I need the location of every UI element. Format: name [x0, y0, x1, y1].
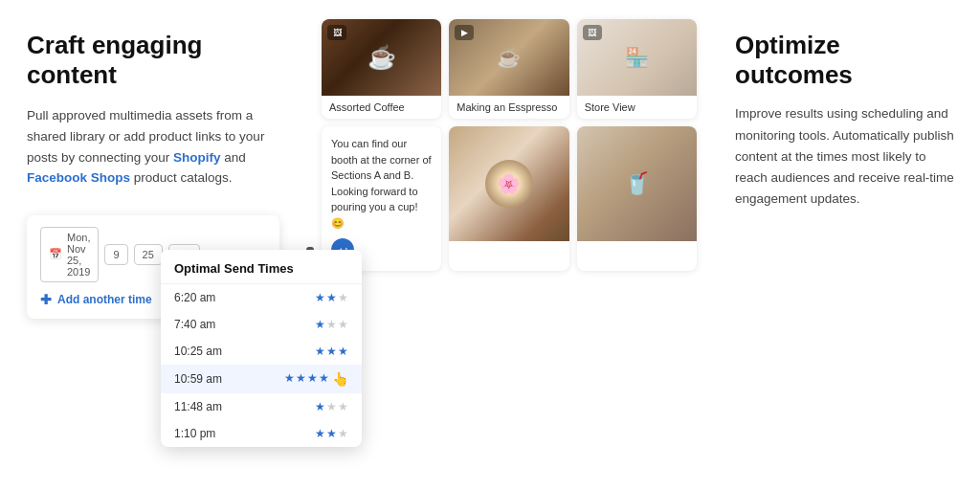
thumb-espresso: ▶ ☕	[449, 19, 568, 96]
left-description: Pull approved multimedia assets from a s…	[27, 105, 279, 188]
time-row-2[interactable]: 7:40 am ★ ★ ★	[161, 311, 362, 338]
stars-4: ★ ★ ★ ★ 👆	[284, 371, 348, 387]
star-filled: ★	[315, 291, 325, 304]
scheduler-card: 📅 Mon, Nov 25, 2019 9 25 am Use Optimal …	[27, 215, 279, 319]
time-label-4: 10:59 am	[174, 372, 222, 386]
star-filled: ★	[326, 427, 337, 440]
star-filled: ★	[326, 345, 337, 358]
image-icon-2: 🖼	[583, 25, 602, 40]
stars-6: ★ ★ ★	[315, 427, 348, 440]
stars-3: ★ ★ ★	[315, 345, 348, 358]
optimal-dropdown-title: Optimal Send Times	[161, 250, 362, 284]
time-row-6[interactable]: 1:10 pm ★ ★ ★	[161, 420, 362, 447]
date-pill[interactable]: 📅 Mon, Nov 25, 2019	[40, 227, 99, 282]
time-label-2: 7:40 am	[174, 318, 215, 331]
media-card-latte[interactable]: 🌸	[449, 126, 568, 271]
date-value: Mon, Nov 25, 2019	[67, 232, 90, 278]
left-heading: Craft engaging content	[27, 31, 279, 90]
star-empty: ★	[338, 318, 348, 331]
star-filled: ★	[307, 371, 318, 387]
left-panel: Craft engaging content Pull approved mul…	[0, 0, 306, 490]
stars-2: ★ ★ ★	[315, 318, 348, 331]
video-icon: ▶	[455, 25, 474, 40]
media-card-coffee[interactable]: 🖼 ☕ Assorted Coffee	[322, 19, 441, 119]
star-filled: ★	[284, 371, 295, 387]
desc-text-end: product catalogs.	[130, 170, 233, 185]
thumb-drinks: 🥤	[577, 126, 697, 241]
and-text: and	[221, 150, 246, 165]
cursor-icon: 👆	[332, 371, 348, 387]
right-description: Improve results using scheduling and mon…	[735, 103, 957, 210]
time-label-3: 10:25 am	[174, 345, 222, 358]
star-filled: ★	[315, 400, 325, 413]
star-empty: ★	[326, 318, 337, 331]
calendar-icon: 📅	[49, 248, 62, 260]
facebook-link[interactable]: Facebook Shops	[27, 170, 130, 185]
stars-5: ★ ★ ★	[315, 400, 348, 413]
star-filled: ★	[315, 427, 325, 440]
media-card-espresso[interactable]: ▶ ☕ Making an Esspresso	[449, 19, 568, 119]
image-icon: 🖼	[327, 25, 346, 40]
minute-pill[interactable]: 25	[134, 244, 163, 265]
star-filled: ★	[319, 371, 329, 387]
add-another-time-button[interactable]: ✚ Add another time	[40, 292, 152, 307]
optimal-send-times-dropdown: Optimal Send Times 6:20 am ★ ★ ★ 7:40 am…	[161, 250, 362, 447]
media-card-drinks[interactable]: 🥤	[577, 126, 697, 271]
plus-icon: ✚	[40, 292, 52, 307]
media-grid-top: 🖼 ☕ Assorted Coffee ▶ ☕ Making an Esspre…	[322, 19, 697, 119]
post-text-content: You can find our booth at the corner of …	[331, 136, 432, 231]
star-filled: ★	[315, 345, 325, 358]
media-grid-bottom: You can find our booth at the corner of …	[322, 126, 697, 271]
thumb-latte: 🌸	[449, 126, 568, 241]
latte-art: 🌸	[485, 160, 533, 208]
middle-panel: 🖼 ☕ Assorted Coffee ▶ ☕ Making an Esspre…	[306, 0, 712, 490]
time-row-3[interactable]: 10:25 am ★ ★ ★	[161, 338, 362, 365]
star-empty: ★	[338, 427, 348, 440]
time-label-5: 11:48 am	[174, 400, 222, 413]
star-filled: ★	[315, 318, 325, 331]
star-empty: ★	[338, 400, 348, 413]
time-row-4[interactable]: 10:59 am ★ ★ ★ ★ 👆	[161, 365, 362, 393]
star-empty: ★	[326, 400, 337, 413]
star-empty: ★	[338, 291, 348, 304]
shopify-link[interactable]: Shopify	[173, 150, 221, 165]
stars-1: ★ ★ ★	[315, 291, 348, 304]
thumb-coffee1: 🖼 ☕	[322, 19, 441, 96]
star-filled: ★	[326, 291, 337, 304]
media-label-espresso: Making an Esspresso	[449, 96, 568, 119]
star-filled: ★	[296, 371, 306, 387]
star-filled: ★	[338, 345, 348, 358]
hour-pill[interactable]: 9	[104, 244, 127, 265]
thumb-store: 🖼 🏪	[577, 19, 697, 96]
media-card-store[interactable]: 🖼 🏪 Store View	[577, 19, 697, 119]
right-heading: Optimize outcomes	[735, 31, 957, 90]
time-row-5[interactable]: 11:48 am ★ ★ ★	[161, 393, 362, 420]
time-label-1: 6:20 am	[174, 291, 215, 304]
media-label-store: Store View	[577, 96, 697, 119]
media-label-coffee: Assorted Coffee	[322, 96, 441, 119]
right-panel: Optimize outcomes Improve results using …	[712, 0, 980, 490]
time-row-1[interactable]: 6:20 am ★ ★ ★	[161, 284, 362, 311]
time-label-6: 1:10 pm	[174, 427, 215, 440]
